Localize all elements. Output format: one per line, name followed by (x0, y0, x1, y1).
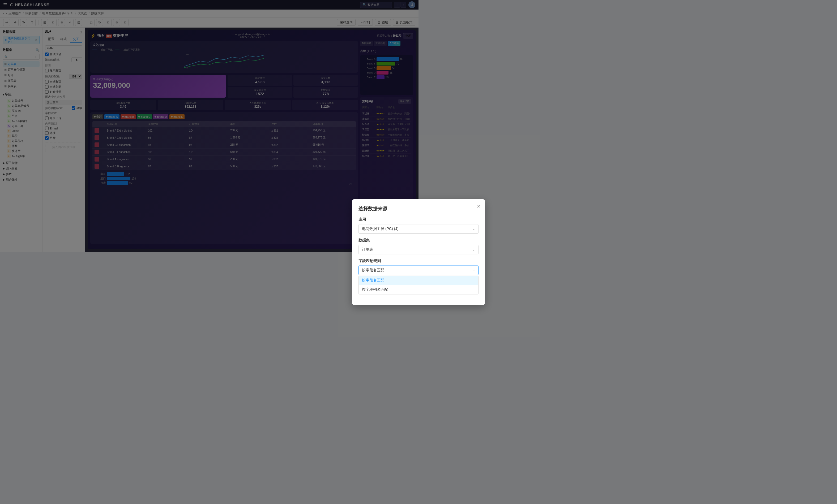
modal-app-section: 应用 电商数据主屏 (PC) (4) ⌄ (358, 217, 418, 234)
select-datasource-modal: 选择数据来源 ✕ 应用 电商数据主屏 (PC) (4) ⌄ 数据集 订单表 ⌄ … (352, 199, 418, 252)
modal-title: 选择数据来源 (358, 206, 418, 212)
modal-dataset-select[interactable]: 订单表 ⌄ (358, 245, 418, 252)
modal-dataset-section: 数据集 订单表 ⌄ (358, 238, 418, 252)
modal-overlay: 选择数据来源 ✕ 应用 电商数据主屏 (PC) (4) ⌄ 数据集 订单表 ⌄ … (0, 0, 418, 252)
modal-dataset-title: 数据集 (358, 238, 418, 243)
modal-app-title: 应用 (358, 217, 418, 222)
modal-app-select[interactable]: 电商数据主屏 (PC) (4) ⌄ (358, 224, 418, 234)
